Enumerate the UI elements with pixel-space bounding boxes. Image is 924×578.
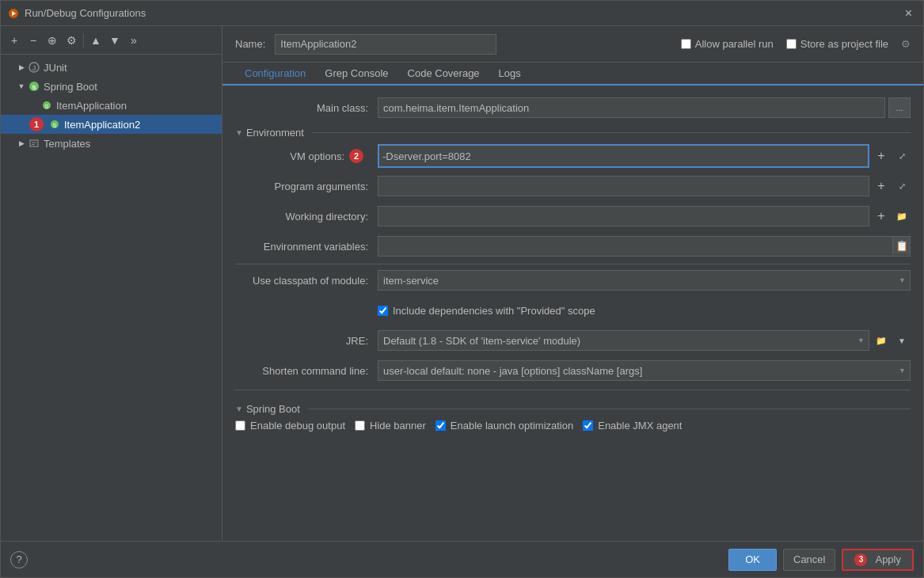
env-vars-input[interactable] — [378, 237, 892, 257]
program-args-row: Program arguments: + ⤢ — [235, 173, 911, 199]
add-button[interactable]: + — [6, 32, 23, 49]
ok-button[interactable]: OK — [728, 549, 777, 571]
apply-button[interactable]: 3 Apply — [842, 549, 914, 571]
svg-rect-10 — [30, 140, 38, 146]
tree-area: ▶ J JUnit ▼ S — [1, 55, 222, 541]
tree-item-springboot[interactable]: ▼ S Spring Boot — [1, 77, 222, 96]
settings-button[interactable]: ⚙ — [63, 32, 80, 49]
main-class-input[interactable] — [378, 97, 885, 118]
jre-control: Default (1.8 - SDK of 'item-service' mod… — [378, 330, 911, 351]
title-bar: Run/Debug Configurations × — [1, 1, 923, 26]
store-project-checkbox[interactable] — [786, 39, 797, 49]
jre-label: JRE: — [235, 335, 378, 347]
hide-banner-label: Hide banner — [370, 420, 426, 432]
tree-item-templates[interactable]: ▶ Templates — [1, 134, 222, 153]
itemapplication2-icon: S — [48, 118, 61, 131]
store-project-group: Store as project file — [786, 38, 888, 50]
enable-debug-checkbox[interactable] — [235, 420, 245, 431]
include-deps-checkbox-group: Include dependencies with "Provided" sco… — [378, 305, 595, 317]
classpath-label: Use classpath of module: — [235, 275, 378, 287]
program-args-expand-button[interactable]: ⤢ — [893, 177, 911, 195]
down-button[interactable]: ▼ — [106, 32, 124, 49]
shorten-label: Shorten command line: — [235, 365, 378, 377]
spring-arrow[interactable]: ▼ — [235, 405, 243, 413]
left-panel: + − ⊕ ⚙ ▲ ▼ » ▶ J — [1, 26, 222, 541]
more-button[interactable]: » — [125, 32, 143, 49]
env-section-label: Environment — [246, 127, 304, 139]
name-bar: Name: Allow parallel run Store as projec… — [222, 26, 923, 63]
classpath-select[interactable]: item-service — [378, 270, 911, 291]
vm-options-row: VM options: 2 + ⤢ — [235, 143, 911, 169]
enable-launch-label: Enable launch optimization — [451, 420, 573, 432]
settings-gear-icon[interactable]: ⚙ — [901, 38, 911, 50]
shorten-control: user-local default: none - java [options… — [378, 360, 911, 381]
shorten-row: Shorten command line: user-local default… — [235, 358, 911, 383]
program-args-label: Program arguments: — [235, 181, 378, 192]
tree-item-itemapplication[interactable]: ▶ S ItemApplication — [1, 96, 222, 115]
enable-debug-label: Enable debug output — [250, 420, 345, 432]
remove-button[interactable]: − — [25, 32, 42, 49]
working-dir-label: Working directory: — [235, 211, 378, 222]
itemapplication-label: ItemApplication — [56, 100, 127, 112]
tab-logs[interactable]: Logs — [489, 63, 530, 86]
enable-jmx-label: Enable JMX agent — [598, 420, 682, 432]
badge-1: 1 — [29, 117, 44, 131]
program-args-add-button[interactable]: + — [873, 177, 890, 195]
include-deps-checkbox[interactable] — [378, 306, 388, 316]
jre-select[interactable]: Default (1.8 - SDK of 'item-service' mod… — [378, 330, 869, 351]
tab-grep-console[interactable]: Grep Console — [315, 63, 397, 86]
working-dir-folder-button[interactable]: 📁 — [893, 207, 911, 225]
vm-options-add-button[interactable]: + — [873, 147, 890, 165]
main-class-label: Main class: — [235, 102, 378, 114]
env-vars-row: Environment variables: 📋 — [235, 234, 911, 259]
allow-parallel-checkbox[interactable] — [681, 39, 691, 49]
env-arrow[interactable]: ▼ — [235, 128, 243, 137]
classpath-control: item-service — [378, 270, 911, 291]
allow-parallel-label: Allow parallel run — [695, 38, 774, 50]
copy-button[interactable]: ⊕ — [44, 32, 61, 49]
working-dir-control: + 📁 — [378, 206, 911, 226]
cancel-button[interactable]: Cancel — [783, 549, 835, 571]
hide-banner-checkbox[interactable] — [355, 420, 365, 431]
templates-arrow: ▶ — [17, 139, 26, 148]
tree-item-itemapplication2[interactable]: 1 S ItemApplication2 — [1, 115, 222, 134]
program-args-input[interactable] — [378, 176, 869, 196]
shorten-select-wrapper: user-local default: none - java [options… — [378, 360, 911, 381]
tab-configuration[interactable]: Configuration — [235, 63, 315, 86]
main-class-row: Main class: ... — [235, 95, 911, 120]
working-dir-input[interactable] — [378, 206, 869, 226]
springboot-icon: S — [28, 80, 40, 93]
springboot-arrow: ▼ — [17, 82, 26, 91]
spring-footer: Enable debug output Hide banner Enable l… — [235, 420, 911, 432]
shorten-select[interactable]: user-local default: none - java [options… — [378, 360, 911, 381]
enable-launch-checkbox[interactable] — [435, 420, 446, 431]
junit-icon: J — [28, 61, 40, 74]
vm-options-input[interactable] — [382, 146, 865, 166]
working-dir-add-button[interactable]: + — [873, 207, 890, 225]
main-class-control: ... — [378, 97, 911, 118]
vm-options-control: + ⤢ — [378, 144, 911, 168]
tree-item-junit[interactable]: ▶ J JUnit — [1, 58, 222, 77]
main-class-browse-button[interactable]: ... — [888, 97, 911, 118]
vm-options-expand-button[interactable]: ⤢ — [893, 147, 911, 165]
tree-toolbar: + − ⊕ ⚙ ▲ ▼ » — [1, 26, 222, 55]
env-vars-file-button[interactable]: 📋 — [892, 237, 910, 254]
close-button[interactable]: × — [900, 5, 917, 22]
toolbar-separator — [83, 33, 84, 48]
up-button[interactable]: ▲ — [87, 32, 105, 49]
tab-code-coverage[interactable]: Code Coverage — [398, 63, 489, 86]
svg-text:S: S — [44, 103, 48, 110]
include-deps-row: Include dependencies with "Provided" sco… — [235, 298, 911, 323]
enable-debug-group: Enable debug output — [235, 420, 345, 432]
jre-dropdown-button[interactable]: ▼ — [893, 332, 911, 349]
jre-folder-button[interactable]: 📁 — [873, 332, 890, 349]
badge-3: 3 — [854, 553, 867, 566]
enable-launch-group: Enable launch optimization — [435, 420, 573, 432]
allow-parallel-group: Allow parallel run — [681, 38, 774, 50]
name-label: Name: — [235, 38, 265, 50]
templates-icon — [28, 137, 40, 150]
enable-jmx-checkbox[interactable] — [583, 420, 593, 431]
store-project-label: Store as project file — [800, 38, 888, 50]
name-input[interactable] — [275, 34, 496, 55]
help-button[interactable]: ? — [10, 551, 28, 568]
